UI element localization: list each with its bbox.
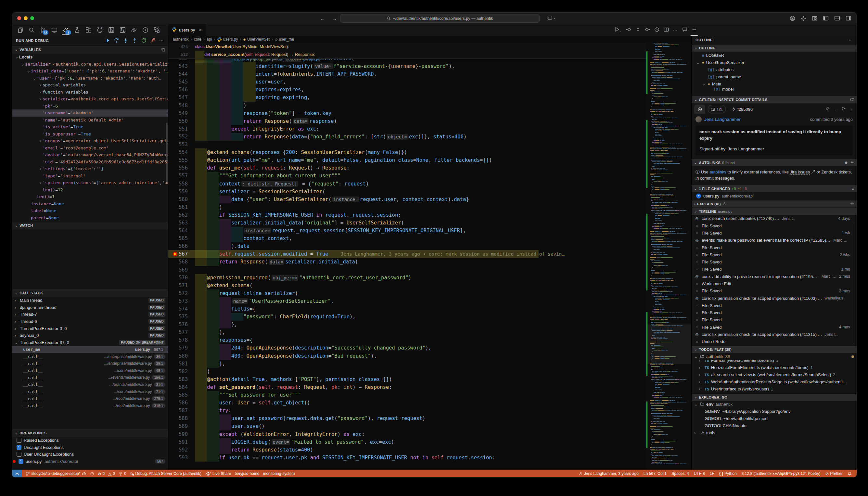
code-line[interactable]: 592return Response(status=400) <box>168 446 647 454</box>
restart-icon[interactable] <box>141 38 146 44</box>
todo-file-row[interactable]: ›TSUserInterface.ts (web/src/user) 1 <box>692 386 857 393</box>
code-line[interactable]: 589user.save() <box>168 422 647 430</box>
code-line[interactable]: 587try: <box>168 407 647 415</box>
code-line[interactable]: 591LOGGER.debug(event="Failed to set pas… <box>168 438 647 446</box>
code-line[interactable]: 549response["token"] = token.key <box>168 109 647 117</box>
timeline-item[interactable]: ◎core: fix permission check for scoped i… <box>692 331 857 338</box>
timeline-item[interactable]: ○File Saved2 wks <box>692 251 857 258</box>
code-line[interactable]: 564instance=request._request.session[SES… <box>168 227 647 234</box>
graph-icon[interactable] <box>842 107 846 112</box>
python-interpreter[interactable]: 3.12.8 ('authentik-xEAhpGPh-py3.12': Poe… <box>742 471 821 476</box>
code-line[interactable]: 548) <box>168 102 647 109</box>
stack-frame-row[interactable]: __call__.../root/middleware.py275:1 <box>12 395 168 402</box>
variable-row[interactable]: ›special variables <box>12 81 168 89</box>
variable-row[interactable]: ⌄'user' = {'pk': 6, 'username': 'akadmin… <box>12 75 168 82</box>
code-line[interactable]: 561) <box>168 203 647 211</box>
settings-gear-icon[interactable] <box>801 16 806 21</box>
variable-row[interactable]: ›serializer = <authentik.core.api.users.… <box>12 95 168 103</box>
commit-details-tab[interactable] <box>694 105 705 114</box>
prev-change-icon[interactable] <box>626 27 631 33</box>
variable-row[interactable]: 'pk' = 6 <box>12 103 168 110</box>
minimap[interactable] <box>647 43 691 470</box>
breadcrumb-item-users-py[interactable]: users.py <box>217 37 238 42</box>
branch-indicator[interactable]: lifecycle/fix-debugger-setup* <box>26 471 87 476</box>
code-line[interactable]: 567self.request.session.modified = TrueJ… <box>168 250 647 258</box>
code-line[interactable]: 569 <box>168 266 647 274</box>
extensions-icon[interactable] <box>83 25 93 35</box>
timeline-section-header[interactable]: ⌄TIMELINE users.py <box>692 207 857 215</box>
command-center[interactable]: ~/dev/authentik/authentik/core/api/users… <box>340 14 540 23</box>
stack-thread-row[interactable]: ⌄ThreadPoolExecutor-37_0PAUSED ON BREAKP… <box>12 339 168 346</box>
stack-thread-row[interactable]: ›ThreadPoolExecutor-0_0PAUSED <box>12 325 168 332</box>
variable-row[interactable]: ›'settings' = {'locale': ''} <box>12 165 168 172</box>
breadcrumb-item-user-me[interactable]: ◇user_me <box>275 37 294 42</box>
breakpoint-paused-icon[interactable] <box>173 252 177 256</box>
stack-frame-row[interactable]: __call__.../events/middleware.py156:1 <box>12 374 168 381</box>
code-viewport[interactable]: 542token: Token = Token.objects.create(5… <box>168 43 691 470</box>
code-line[interactable]: 568return Response(data=serializer.initi… <box>168 258 647 266</box>
blame-status[interactable]: Jens Langhammer, 3 years ago <box>578 471 639 476</box>
expander-icon[interactable]: ⌄ <box>26 68 31 73</box>
workspace-beryjuio-home[interactable]: beryjuio-home <box>234 471 259 476</box>
minimize-window-icon[interactable] <box>24 16 28 20</box>
code-line[interactable]: 584def set_password(self, request: Reque… <box>168 383 647 391</box>
timeline-item[interactable]: ◎events: make sure password set event ha… <box>692 237 857 244</box>
watch-section-header[interactable]: ⌄WATCH <box>12 221 168 229</box>
timeline-item[interactable]: ◎core: search users' attributes (#12740)… <box>692 215 857 222</box>
code-line[interactable]: 560data={"user": UserSelfSerializer(inst… <box>168 196 647 203</box>
files-changed-tab[interactable]: 12± <box>708 105 726 113</box>
tab-users-py[interactable]: users.py ✕ <box>168 24 206 36</box>
breakpoint-checkbox[interactable] <box>17 452 21 457</box>
code-line[interactable]: 578responses={ <box>168 336 647 344</box>
code-line[interactable]: 512def service_account(self, request: Re… <box>168 51 647 59</box>
code-line[interactable]: 545user=user, <box>168 78 647 86</box>
disconnect-icon[interactable] <box>150 38 156 44</box>
stack-frame-row[interactable]: __call__.../root/middleware.py318:1 <box>12 402 168 409</box>
autolinks-add-icon[interactable]: ◈ <box>844 160 848 165</box>
breadcrumb-item-authentik[interactable]: authentik <box>173 37 189 42</box>
breakpoints-section-header[interactable]: ⌄BREAKPOINTS <box>12 429 168 437</box>
variable-row[interactable]: 'is_superuser' = True <box>12 130 168 138</box>
window-controls[interactable] <box>17 16 34 20</box>
breadcrumb-item-core[interactable]: core <box>194 37 201 42</box>
code-line[interactable]: 552return Response(data={"non_field_erro… <box>168 133 647 141</box>
outline-item[interactable]: [@]parent_name <box>692 73 857 80</box>
customize-layout-icon[interactable] <box>812 16 817 21</box>
go-env-var[interactable]: GOMOD=~/dev/authentik/go.mod <box>692 415 857 422</box>
split-editor-icon[interactable] <box>664 27 669 33</box>
variable-row[interactable]: 'username' = 'akadmin' <box>12 109 168 117</box>
code-line[interactable]: 577), <box>168 328 647 336</box>
timeline-item[interactable]: ○File Saved <box>692 316 857 324</box>
nav-forward-icon[interactable]: → <box>332 16 337 21</box>
expander-icon[interactable]: ⌄ <box>15 340 20 345</box>
code-line[interactable]: 556def user_me(self, request: Request) →… <box>168 164 647 172</box>
commit-author-link[interactable]: Jens Langhammer <box>704 117 741 122</box>
breakpoint-row[interactable]: Raised Exceptions <box>12 437 168 444</box>
run-python-icon[interactable]: ⌄ <box>614 27 622 33</box>
code-line[interactable]: 582) <box>168 368 647 375</box>
expander-icon[interactable]: ⌄ <box>702 81 706 87</box>
variable-row[interactable]: 'uid' = '49d24724dfa590a20fb5961e9c6673c… <box>12 158 168 166</box>
file-history-icon[interactable] <box>654 27 660 33</box>
expander-icon[interactable]: › <box>38 90 43 94</box>
gitlens-icon[interactable] <box>118 25 127 35</box>
code-line[interactable]: 424class UserViewSet(UsedByMixin, ModelV… <box>168 43 647 51</box>
more-actions-icon[interactable]: ⋯ <box>673 27 678 32</box>
run-tasks-icon[interactable] <box>140 25 150 35</box>
stack-thread-row[interactable]: ›Thread-6PAUSED <box>12 318 168 325</box>
outline-item[interactable]: ⊟LOGGER <box>692 52 857 59</box>
go-env-var[interactable]: GOENV=~/Library/Application Support/go/e… <box>692 408 857 415</box>
errors-count[interactable]: ⊗0 <box>98 471 105 476</box>
code-line[interactable]: 562if SESSION_KEY_IMPERSONATE_USER in re… <box>168 211 647 219</box>
commit-message[interactable]: core: mark session as modified instead o… <box>696 125 853 156</box>
code-line[interactable]: 583@action(detail=True, methods=["POST"]… <box>168 375 647 383</box>
expander-icon[interactable]: ⌄ <box>15 55 19 59</box>
go-tools-row[interactable]: ›tools <box>692 430 857 437</box>
gitlens-section-header[interactable]: ⌄GITLENS: INSPECT: COMMIT DETAILS <box>692 96 857 103</box>
code-line[interactable]: 544intent=TokenIntents.INTENT_APP_PASSWO… <box>168 70 647 78</box>
refresh-icon[interactable] <box>850 97 854 102</box>
timeline-item[interactable]: ○File Saved <box>692 244 857 251</box>
next-change-icon[interactable] <box>645 27 650 33</box>
variable-row[interactable]: parent = None <box>12 214 168 221</box>
variable-row[interactable]: ›function variables <box>12 89 168 96</box>
